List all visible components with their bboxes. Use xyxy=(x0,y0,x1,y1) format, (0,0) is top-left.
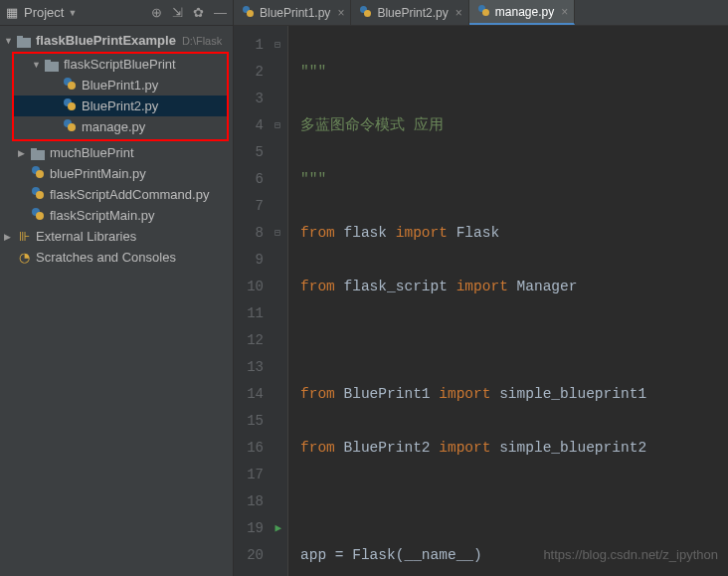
fold-icon[interactable]: ⊟ xyxy=(274,32,280,59)
file-label: flaskScriptMain.py xyxy=(50,208,154,223)
gutter: 1⊟ 2 3 4⊟ 5 6 7 8⊟ 9 10 11 12 13 14 15 1… xyxy=(234,26,288,576)
tab-blueprint2[interactable]: BluePrint2.py × xyxy=(351,0,468,25)
tab-blueprint1[interactable]: BluePrint1.py × xyxy=(234,0,351,25)
svg-rect-11 xyxy=(31,148,37,151)
highlight-box: ▼ flaskScriptBluePrint BluePrint1.py Blu… xyxy=(12,52,229,141)
svg-point-21 xyxy=(364,10,371,17)
fold-icon[interactable]: ⊟ xyxy=(274,220,280,247)
svg-rect-0 xyxy=(17,38,31,48)
project-dropdown[interactable]: Project ▼ xyxy=(24,5,77,20)
file-label: BluePrint1.py xyxy=(82,78,158,93)
sidebar-header: ▦ Project ▼ ⊕ ⇲ ✿ — xyxy=(0,0,233,26)
file-label: bluePrintMain.py xyxy=(50,166,146,181)
tab-label: BluePrint2.py xyxy=(377,6,448,20)
external-libraries[interactable]: ▶ ⊪ External Libraries xyxy=(0,226,233,247)
fold-icon[interactable]: ⊟ xyxy=(274,112,280,139)
svg-point-9 xyxy=(68,123,76,131)
target-icon[interactable]: ⊕ xyxy=(151,5,162,20)
chevron-right-icon: ▶ xyxy=(4,232,16,242)
svg-point-23 xyxy=(482,9,489,16)
file-label: BluePrint2.py xyxy=(82,98,158,113)
svg-rect-1 xyxy=(17,36,23,39)
python-file-icon xyxy=(62,118,78,135)
svg-rect-10 xyxy=(31,150,45,160)
tab-label: BluePrint1.py xyxy=(260,6,330,20)
folder-label: flaskScriptBluePrint xyxy=(64,57,176,72)
tree-file[interactable]: flaskScriptAddCommand.py xyxy=(0,184,233,205)
tree-file[interactable]: flaskScriptMain.py xyxy=(0,205,233,226)
svg-point-7 xyxy=(68,102,76,110)
python-file-icon xyxy=(477,4,490,20)
tree-root[interactable]: ▼ flaskBluePrintExample D:\Flask xyxy=(0,30,233,51)
svg-rect-2 xyxy=(45,62,59,72)
tree-folder[interactable]: ▼ flaskScriptBluePrint xyxy=(14,54,227,75)
python-file-icon xyxy=(62,97,78,114)
tab-manage[interactable]: manage.py × xyxy=(469,0,575,25)
root-path: D:\Flask xyxy=(182,35,222,47)
tree-file-selected[interactable]: BluePrint2.py xyxy=(14,96,227,116)
tab-label: manage.py xyxy=(495,5,554,19)
run-icon[interactable]: ▶ xyxy=(274,515,281,542)
python-file-icon xyxy=(359,5,372,21)
libraries-icon: ⊪ xyxy=(16,229,32,244)
svg-point-5 xyxy=(68,82,76,90)
close-icon[interactable]: × xyxy=(561,5,568,19)
hide-icon[interactable]: — xyxy=(214,5,227,20)
chevron-down-icon: ▼ xyxy=(68,8,77,18)
expand-icon[interactable]: ⇲ xyxy=(172,5,183,20)
svg-point-15 xyxy=(36,191,44,199)
editor-area: BluePrint1.py × BluePrint2.py × manage.p… xyxy=(234,0,728,576)
file-label: flaskScriptAddCommand.py xyxy=(50,187,209,202)
project-tool-icon: ▦ xyxy=(6,5,18,20)
close-icon[interactable]: × xyxy=(337,6,344,20)
chevron-down-icon: ▼ xyxy=(4,36,16,46)
folder-icon xyxy=(44,57,60,72)
svg-rect-3 xyxy=(45,60,51,63)
python-file-icon xyxy=(30,165,46,182)
code-editor[interactable]: """ 多蓝图命令模式 应用 """ from flask import Fla… xyxy=(288,26,728,576)
project-sidebar: ▦ Project ▼ ⊕ ⇲ ✿ — ▼ flaskBluePrintExam… xyxy=(0,0,234,576)
project-tree: ▼ flaskBluePrintExample D:\Flask ▼ flask… xyxy=(0,26,233,272)
tree-file[interactable]: bluePrintMain.py xyxy=(0,163,233,184)
chevron-down-icon: ▼ xyxy=(32,60,44,70)
tree-folder[interactable]: ▶ muchBluePrint xyxy=(0,142,233,163)
tree-label: External Libraries xyxy=(36,229,136,244)
close-icon[interactable]: × xyxy=(455,6,462,20)
editor-tabs: BluePrint1.py × BluePrint2.py × manage.p… xyxy=(234,0,728,26)
svg-point-17 xyxy=(36,212,44,220)
scratches-icon: ◔ xyxy=(16,250,32,265)
python-file-icon xyxy=(62,77,78,94)
root-name: flaskBluePrintExample xyxy=(36,33,176,48)
file-label: manage.py xyxy=(82,119,145,134)
folder-label: muchBluePrint xyxy=(50,145,134,160)
tree-file[interactable]: manage.py xyxy=(14,116,227,137)
folder-icon xyxy=(16,33,32,48)
scratches[interactable]: ◔ Scratches and Consoles xyxy=(0,247,233,268)
tree-file[interactable]: BluePrint1.py xyxy=(14,75,227,96)
python-file-icon xyxy=(242,5,255,21)
gear-icon[interactable]: ✿ xyxy=(193,5,204,20)
folder-icon xyxy=(30,145,46,160)
chevron-right-icon: ▶ xyxy=(18,148,30,158)
python-file-icon xyxy=(30,186,46,203)
svg-point-13 xyxy=(36,170,44,178)
tree-label: Scratches and Consoles xyxy=(36,250,176,265)
svg-point-19 xyxy=(247,10,254,17)
python-file-icon xyxy=(30,207,46,224)
